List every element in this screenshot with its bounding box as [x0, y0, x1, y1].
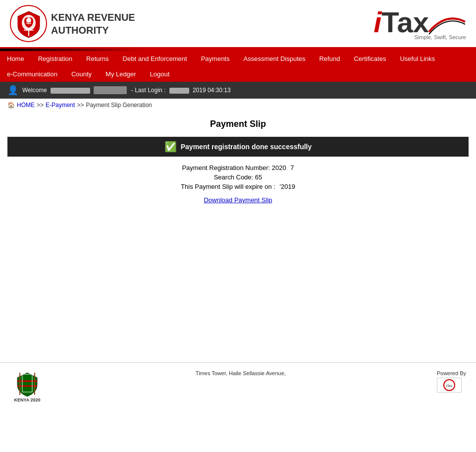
- powered-by-label: Powered By: [437, 370, 466, 376]
- nav-item-certificates[interactable]: Certificates: [347, 51, 393, 66]
- check-circle-icon: ✅: [164, 141, 177, 153]
- welcome-text: Welcome (A████K) - Last Login : 2019 04:…: [22, 87, 231, 94]
- powered-by-logo: iTax: [437, 378, 462, 393]
- kra-name-text: KENYA REVENUE AUTHORITY: [51, 11, 135, 37]
- welcome-bar: 👤 Welcome (A████K) - Last Login : 2019 0…: [0, 82, 476, 99]
- reg-number-value: 7: [290, 164, 294, 171]
- home-icon: 🏠: [7, 102, 15, 109]
- expiry-label: This Payment Slip will expire on :: [181, 183, 275, 190]
- search-code-row: Search Code: 65: [7, 173, 469, 181]
- nav-item-refund[interactable]: Refund: [312, 51, 347, 66]
- breadcrumb: 🏠 HOME >> E-Payment >> Payment Slip Gene…: [0, 99, 476, 112]
- itax-tagline: Simple, Swift, Secure: [414, 34, 466, 40]
- header: KENYA REVENUE AUTHORITY i Tax Simple, Sw…: [0, 0, 476, 49]
- footer-address: Times Tower, Haile Sellassie Avenue,: [45, 370, 437, 376]
- nav-item-county[interactable]: County: [64, 66, 99, 82]
- expiry-value: '2019: [279, 183, 295, 190]
- download-payment-slip-link[interactable]: Download Payment Slip: [204, 196, 272, 204]
- nav-item-debt[interactable]: Debt and Enforcement: [116, 51, 194, 66]
- breadcrumb-epayment[interactable]: E-Payment: [46, 102, 75, 109]
- nav-item-home[interactable]: Home: [0, 51, 31, 66]
- nav-item-ecomm[interactable]: e-Communication: [0, 66, 64, 82]
- itax-logo: i Tax Simple, Swift, Secure: [373, 7, 466, 40]
- success-message: Payment registration done successfully: [181, 143, 312, 151]
- nav-row-1: Home Registration Returns Debt and Enfor…: [0, 51, 476, 66]
- itax-i-letter: i: [373, 8, 381, 37]
- reg-number-label: Payment Registration Number: 2020: [182, 164, 286, 171]
- user-icon: 👤: [7, 85, 18, 96]
- nav-item-returns[interactable]: Returns: [79, 51, 116, 66]
- kra-shield-icon: [14, 9, 44, 39]
- footer: KENYA 2020 Times Tower, Haile Sellassie …: [0, 362, 476, 410]
- breadcrumb-home[interactable]: HOME: [17, 102, 35, 109]
- last-login-date-redacted: [169, 88, 189, 94]
- nav-item-ledger[interactable]: My Ledger: [99, 66, 143, 82]
- footer-right: Powered By iTax: [437, 370, 466, 393]
- breadcrumb-sep2: >>: [77, 102, 84, 109]
- breadcrumb-current: Payment Slip Generation: [86, 102, 152, 109]
- payment-details: Payment Registration Number: 2020 7 Sear…: [7, 164, 469, 204]
- nav-bar: Home Registration Returns Debt and Enfor…: [0, 51, 476, 82]
- nav-item-registration[interactable]: Registration: [31, 51, 79, 66]
- kenya-2020-text: KENYA 2020: [14, 397, 41, 402]
- username-redacted: [51, 88, 90, 94]
- kenya-logo: KENYA 2020: [10, 370, 45, 402]
- nav-item-logout[interactable]: Logout: [143, 66, 177, 82]
- svg-text:iTax: iTax: [446, 384, 452, 388]
- page-title: Payment Slip: [7, 119, 469, 129]
- nav-item-assessment[interactable]: Assessment Disputes: [236, 51, 312, 66]
- itax-tax-text: Tax: [381, 8, 429, 37]
- kra-logo-circle: [10, 5, 47, 42]
- expiry-row: This Payment Slip will expire on : '2019: [7, 183, 469, 190]
- itax-swoosh-icon: [426, 7, 466, 37]
- download-link-container: Download Payment Slip: [7, 192, 469, 204]
- footer-left: KENYA 2020: [10, 370, 45, 402]
- main-content: Payment Slip ✅ Payment registration done…: [0, 112, 476, 214]
- powered-by-logo-icon: iTax: [439, 379, 459, 392]
- breadcrumb-sep1: >>: [37, 102, 44, 109]
- svg-point-1: [26, 18, 31, 23]
- search-code-label: Search Code: 65: [214, 173, 263, 181]
- reg-number-row: Payment Registration Number: 2020 7: [7, 164, 469, 171]
- kra-name: KENYA REVENUE AUTHORITY: [51, 11, 135, 37]
- nav-item-useful[interactable]: Useful Links: [393, 51, 442, 66]
- itax-brand: i Tax: [373, 7, 466, 37]
- success-banner: ✅ Payment registration done successfully: [7, 137, 469, 157]
- kenya-emblem-icon: [10, 370, 45, 397]
- nav-item-payments[interactable]: Payments: [194, 51, 237, 66]
- logo-container: KENYA REVENUE AUTHORITY: [10, 5, 135, 42]
- nav-row-2: e-Communication County My Ledger Logout: [0, 66, 476, 82]
- account-code-redacted: (A████K): [94, 86, 126, 94]
